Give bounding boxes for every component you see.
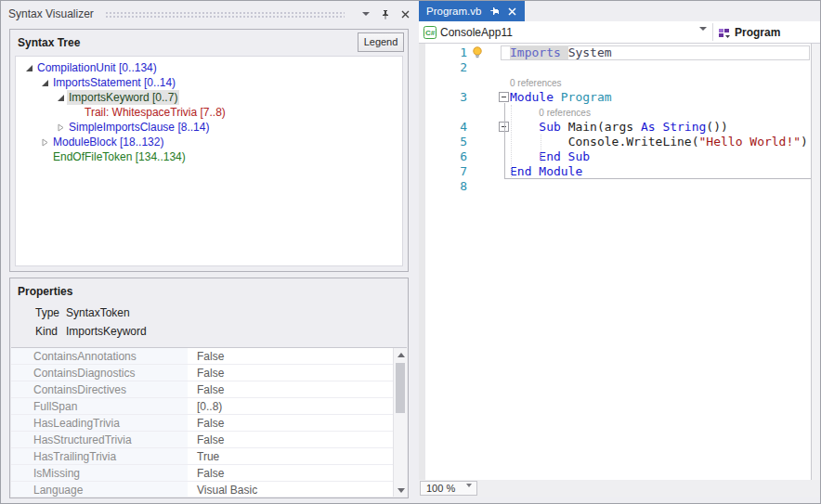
expander-expanded-icon[interactable]: [57, 94, 65, 102]
tree-node-label: ImportsKeyword [0..7): [67, 90, 179, 105]
tree-node[interactable]: ImportsKeyword [0..7): [16, 90, 402, 105]
property-name: HasLeadingTrivia: [11, 415, 188, 431]
tree-expander[interactable]: [23, 64, 35, 72]
tree-node-label: CompilationUnit [0..134): [35, 60, 159, 75]
code-token-kwhl: Imports: [510, 45, 568, 59]
member-dropdown[interactable]: Program: [735, 26, 780, 39]
properties-scrollbar[interactable]: [393, 348, 407, 497]
tree-node-label: ModuleBlock [18..132): [51, 135, 165, 149]
code-token-type: Program: [561, 90, 612, 104]
collapse-region-button[interactable]: [499, 92, 509, 102]
csharp-project-icon: C#: [424, 26, 437, 39]
window-position-menu-button[interactable]: [358, 6, 373, 21]
tree-node-label: Trail: WhitespaceTrivia [7..8): [83, 105, 228, 120]
tree-node[interactable]: ModuleBlock [18..132): [16, 135, 402, 149]
outline-region-guide-horizontal: [504, 178, 811, 179]
code-line: 6 End Sub: [419, 149, 821, 164]
close-icon: [508, 7, 516, 16]
property-name: ContainsDirectives: [11, 381, 188, 397]
pin-button[interactable]: [378, 6, 393, 21]
project-dropdown-icon: C#: [424, 26, 437, 43]
property-value: [0..8): [188, 398, 407, 414]
zoom-level-combo[interactable]: 100 %: [420, 481, 477, 496]
tree-node-label: ImportsStatement [0..14): [51, 75, 177, 90]
code-token-kw: As: [641, 120, 656, 134]
editor-horizontal-scrollbar[interactable]: 100 %: [419, 480, 821, 497]
indent-guide: [541, 135, 541, 163]
tree-node[interactable]: SimpleImportsClause [8..14): [16, 120, 402, 135]
project-dropdown[interactable]: ConsoleApp11: [440, 26, 513, 39]
titlebar-grip[interactable]: [105, 11, 345, 19]
expander-expanded-icon[interactable]: [41, 79, 49, 87]
codelens-row: 0 references: [419, 105, 821, 120]
tool-window-titlebar[interactable]: Syntax Visualizer: [8, 5, 412, 23]
scroll-up-button[interactable]: [394, 348, 408, 361]
scroll-down-button[interactable]: [394, 484, 408, 497]
code-line: 8: [419, 179, 821, 194]
tree-expander[interactable]: [55, 94, 67, 102]
property-grid-row[interactable]: ContainsDiagnosticsFalse: [11, 365, 407, 381]
property-value: False: [188, 465, 407, 481]
property-grid-row[interactable]: HasLeadingTriviaFalse: [11, 415, 407, 432]
code-text: Module Program: [510, 90, 612, 105]
line-number: 4: [443, 120, 467, 135]
chevron-down-icon: [466, 487, 472, 498]
tree-expander[interactable]: [55, 123, 67, 132]
syntax-tree-list[interactable]: CompilationUnit [0..134)ImportsStatement…: [15, 56, 403, 266]
codelens-references-link[interactable]: 0 references: [510, 78, 562, 88]
editor-vertical-scrollbar[interactable]: [811, 44, 821, 480]
code-token-plain: [510, 149, 539, 163]
code-token-plain: (: [597, 120, 605, 134]
properties-header: Properties: [18, 285, 72, 298]
tree-node[interactable]: EndOfFileToken [134..134): [16, 149, 402, 164]
tab-pin-button[interactable]: [490, 6, 501, 16]
property-grid-row[interactable]: FullSpan[0..8): [11, 398, 407, 415]
syntax-visualizer-tool-window: Syntax Visualizer Syntax Tree Legend Com…: [2, 1, 416, 503]
property-grid-row[interactable]: ContainsDirectivesFalse: [11, 381, 407, 398]
line-number: 5: [443, 135, 467, 149]
scrollbar-thumb[interactable]: [396, 363, 405, 413]
expander-collapsed-icon[interactable]: [57, 123, 65, 132]
line-number: 8: [443, 179, 467, 194]
code-line: 1Imports System: [419, 45, 821, 60]
line-number: 1: [443, 45, 467, 60]
document-tab-program-vb[interactable]: Program.vb: [419, 1, 525, 21]
property-grid-row[interactable]: ContainsAnnotationsFalse: [11, 348, 407, 365]
property-name: IsMissing: [11, 465, 188, 481]
property-grid-row[interactable]: LanguageVisual Basic: [11, 482, 407, 497]
legend-button[interactable]: Legend: [358, 32, 404, 52]
property-grid-row[interactable]: HasTrailingTriviaTrue: [11, 448, 407, 465]
arrow-up-icon: [397, 353, 405, 357]
code-token-kw: Module: [510, 90, 561, 104]
app-window: Syntax Visualizer Syntax Tree Legend Com…: [0, 0, 821, 504]
tree-expander[interactable]: [39, 79, 51, 87]
property-kind-value: ImportsKeyword: [66, 325, 147, 338]
tree-node[interactable]: CompilationUnit [0..134): [16, 60, 402, 75]
expander-collapsed-icon[interactable]: [41, 138, 49, 147]
property-name: ContainsDiagnostics: [11, 365, 188, 381]
close-button[interactable]: [397, 6, 412, 21]
outline-region-guide-vertical: [504, 103, 505, 178]
property-value: True: [188, 448, 407, 464]
tab-well-empty: [525, 1, 821, 21]
tree-node-label: EndOfFileToken [134..134): [51, 149, 188, 164]
tab-close-button[interactable]: [508, 7, 516, 16]
property-name: HasStructuredTrivia: [11, 432, 188, 447]
property-grid[interactable]: ContainsAnnotationsFalseContainsDiagnost…: [11, 347, 407, 497]
code-token-idm: System: [568, 45, 612, 59]
property-grid-row[interactable]: IsMissingFalse: [11, 465, 407, 482]
property-value: False: [188, 381, 407, 397]
tree-node[interactable]: ImportsStatement [0..14): [16, 75, 402, 90]
tree-node[interactable]: Trail: WhitespaceTrivia [7..8): [16, 105, 402, 120]
code-token-id: Main: [568, 120, 597, 134]
tree-expander[interactable]: [39, 138, 51, 147]
syntax-tree-groupbox: Syntax Tree Legend CompilationUnit [0..1…: [9, 29, 409, 272]
property-grid-row[interactable]: HasStructuredTriviaFalse: [11, 432, 407, 448]
property-name: FullSpan: [11, 398, 188, 414]
property-type-row: TypeSyntaxToken: [35, 306, 130, 319]
code-text: Console.WriteLine("Hello World!"): [510, 135, 808, 149]
codelens-references-link[interactable]: 0 references: [539, 108, 591, 118]
expander-expanded-icon[interactable]: [25, 64, 33, 72]
indent-guide: [511, 105, 512, 177]
code-editor-surface[interactable]: 1Imports System20 references3Module Prog…: [419, 44, 821, 480]
